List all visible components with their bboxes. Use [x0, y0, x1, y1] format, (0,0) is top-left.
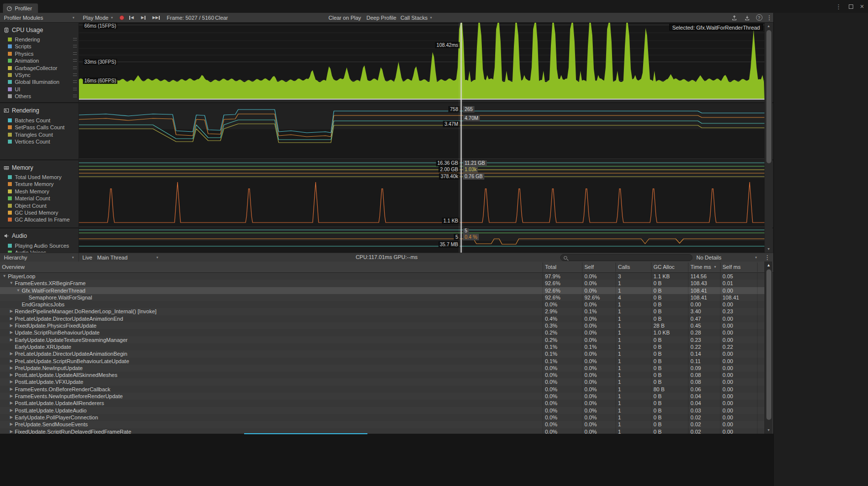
table-row[interactable]: ▶PreLateUpdate.ScriptRunBehaviourLateUpd…	[0, 358, 764, 365]
expand-arrow-icon[interactable]: ▶	[9, 386, 14, 393]
expand-arrow-icon[interactable]: ▶	[9, 378, 14, 385]
module-header-memory[interactable]: Memory	[3, 164, 33, 171]
table-row[interactable]: ▶PostLateUpdate.VFXUpdate0.0%0.0%10 B0.0…	[0, 378, 764, 385]
table-row[interactable]: ▶EarlyUpdate.UpdateTextureStreamingManag…	[0, 336, 764, 343]
rendering-chart[interactable]: 7582654.70M3.47M	[79, 103, 764, 158]
scroll-down-icon[interactable]: ▼	[765, 246, 772, 252]
table-row[interactable]: ▼FrameEvents.XRBeginFrame92.6%0.0%10 B10…	[0, 280, 764, 287]
toolbar-menu-icon[interactable]: ⋮	[766, 13, 772, 22]
table-row[interactable]: ▶FixedUpdate.PhysicsFixedUpdate0.3%0.0%1…	[0, 322, 764, 329]
table-row[interactable]: ▶EarlyUpdate.PollPlayerConnection0.0%0.0…	[0, 414, 764, 421]
window-menu-icon[interactable]: ⋮	[835, 3, 842, 10]
legend-item-vsync[interactable]: VSync	[8, 72, 31, 78]
legend-item-object-count[interactable]: Object Count	[8, 202, 46, 209]
legend-item-physics[interactable]: Physics	[8, 50, 34, 57]
legend-item-scripts[interactable]: Scripts	[8, 43, 32, 50]
scroll-down-icon[interactable]: ▼	[765, 427, 772, 433]
legend-item-total-used-memory[interactable]: Total Used Memory	[8, 174, 62, 181]
column-header-self-ms[interactable]: Self ms	[723, 262, 741, 273]
legend-drag-handle[interactable]	[73, 52, 77, 55]
legend-drag-handle[interactable]	[73, 38, 77, 40]
table-scrollbar-thumb[interactable]	[766, 269, 771, 420]
table-scrollbar[interactable]: ▲ ▼	[764, 262, 772, 434]
table-row[interactable]: ▶FrameEvents.OnBeforeRenderCallback0.0%0…	[0, 386, 764, 393]
expand-arrow-icon[interactable]: ▶	[9, 372, 14, 378]
table-row[interactable]: ▶PostLateUpdate.UpdateAllSkinnedMeshes0.…	[0, 372, 764, 378]
table-row[interactable]: ▶FixedUpdate.ScriptRunDelayedFixedFrameR…	[0, 428, 764, 434]
expand-arrow-icon[interactable]: ▶	[9, 315, 14, 322]
playhead-line[interactable]	[461, 23, 462, 253]
column-header-time-ms[interactable]: Time ms	[690, 262, 711, 273]
charts-scrollbar-thumb[interactable]	[766, 30, 771, 163]
expand-arrow-icon[interactable]: ▶	[9, 329, 14, 336]
clear-on-play-toggle[interactable]: Clear on Play	[328, 13, 361, 22]
expand-arrow-icon[interactable]: ▶	[9, 421, 14, 428]
legend-drag-handle[interactable]	[73, 95, 77, 97]
expand-arrow-icon[interactable]: ▶	[9, 400, 14, 407]
legend-item-gc-used-memory[interactable]: GC Used Memory	[8, 209, 58, 216]
legend-item-batches-count[interactable]: Batches Count	[8, 117, 50, 124]
collapse-arrow-icon[interactable]: ▼	[16, 287, 21, 294]
expand-arrow-icon[interactable]: ▶	[9, 322, 14, 329]
deep-profile-toggle[interactable]: Deep Profile	[366, 13, 397, 22]
legend-item-setpass-calls-count[interactable]: SetPass Calls Count	[8, 124, 65, 131]
close-icon[interactable]: ×	[860, 2, 864, 10]
legend-item-rendering[interactable]: Rendering	[8, 36, 40, 43]
legend-item-mesh-memory[interactable]: Mesh Memory	[8, 188, 49, 195]
table-row[interactable]: ▶PreLateUpdate.DirectorUpdateAnimationEn…	[0, 315, 764, 322]
legend-drag-handle[interactable]	[73, 59, 77, 62]
audio-chart[interactable]: 550.4 %35.7 MB	[79, 228, 764, 253]
module-header-rendering[interactable]: Rendering	[3, 107, 39, 114]
table-row[interactable]: ▼Gfx.WaitForRenderThread92.6%0.0%10 B108…	[0, 287, 764, 294]
legend-item-vertices-count[interactable]: Vertices Count	[8, 138, 50, 145]
legend-item-texture-memory[interactable]: Texture Memory	[8, 181, 54, 187]
legend-drag-handle[interactable]	[73, 45, 77, 47]
charts-scrollbar[interactable]: ▲ ▼	[764, 23, 772, 253]
details-dropdown[interactable]: No Details ▼	[696, 253, 758, 262]
expand-arrow-icon[interactable]: ▶	[9, 308, 14, 315]
cpu-chart[interactable]: 66ms (15FPS)33ms (30FPS)16ms (60FPS)108.…	[79, 23, 764, 99]
play-mode-dropdown[interactable]: Play Mode ▼	[83, 13, 113, 22]
expand-arrow-icon[interactable]: ▶	[9, 414, 14, 421]
legend-item-gc-allocated-in-frame[interactable]: GC Allocated In Frame	[8, 216, 70, 223]
clear-button[interactable]: Clear	[215, 13, 228, 22]
profiler-modules-dropdown[interactable]: Profiler Modules ▼	[0, 13, 79, 22]
table-row[interactable]: ▶PostLateUpdate.UpdateAudio0.0%0.0%10 B0…	[0, 407, 764, 414]
collapse-arrow-icon[interactable]: ▼	[9, 280, 14, 287]
save-profile-button[interactable]	[743, 13, 752, 22]
column-header-total[interactable]: Total	[545, 262, 556, 273]
expand-arrow-icon[interactable]: ▶	[9, 350, 14, 357]
table-row[interactable]: ▶PreLateUpdate.DirectorUpdateAnimationBe…	[0, 350, 764, 357]
column-header-calls[interactable]: Calls	[618, 262, 630, 273]
module-header-audio[interactable]: Audio	[3, 232, 27, 239]
table-row[interactable]: Semaphore.WaitForSignal92.6%92.6%40 B108…	[0, 294, 764, 301]
legend-drag-handle[interactable]	[73, 74, 77, 76]
search-field[interactable]	[560, 254, 692, 261]
view-mode-dropdown[interactable]: Hierarchy ▼	[0, 253, 79, 262]
table-row[interactable]: ▶PostLateUpdate.UpdateAllRenderers0.0%0.…	[0, 400, 764, 407]
table-row[interactable]: EndGraphicsJobs0.0%0.0%10 B0.000.00	[0, 301, 764, 308]
live-toggle[interactable]: Live	[82, 253, 92, 262]
expand-arrow-icon[interactable]: ▶	[9, 393, 14, 400]
table-row[interactable]: ▼PlayerLoop97.9%0.0%31.1 KB114.560.05	[0, 273, 764, 280]
load-profile-button[interactable]	[730, 13, 739, 22]
call-stacks-dropdown[interactable]: Call Stacks ▼	[400, 13, 433, 22]
legend-drag-handle[interactable]	[73, 80, 77, 83]
expand-arrow-icon[interactable]: ▶	[9, 365, 14, 372]
expand-arrow-icon[interactable]: ▶	[9, 358, 14, 365]
next-frame-button[interactable]: ▶	[141, 13, 145, 22]
table-row[interactable]: ▶FrameEvents.NewInputBeforeRenderUpdate0…	[0, 393, 764, 400]
table-row[interactable]: ▶PreUpdate.SendMouseEvents0.0%0.0%10 B0.…	[0, 421, 764, 428]
legend-item-audio-voices[interactable]: Audio Voices	[8, 249, 46, 253]
tab-profiler[interactable]: Profiler	[3, 3, 38, 13]
first-frame-button[interactable]: ◀	[129, 13, 134, 22]
hierarchy-menu-icon[interactable]: ⋮	[764, 253, 770, 262]
legend-item-triangles-count[interactable]: Triangles Count	[8, 131, 53, 138]
legend-item-garbagecollector[interactable]: GarbageCollector	[8, 65, 57, 72]
table-row[interactable]: ▶RenderPipelineManager.DoRenderLoop_Inte…	[0, 308, 764, 315]
help-button[interactable]: ?	[755, 13, 763, 22]
collapse-arrow-icon[interactable]: ▼	[2, 273, 7, 280]
expand-arrow-icon[interactable]: ▶	[9, 428, 14, 434]
table-row[interactable]: EarlyUpdate.XRUpdate0.1%0.1%10 B0.220.22	[0, 343, 764, 350]
legend-drag-handle[interactable]	[73, 88, 77, 90]
